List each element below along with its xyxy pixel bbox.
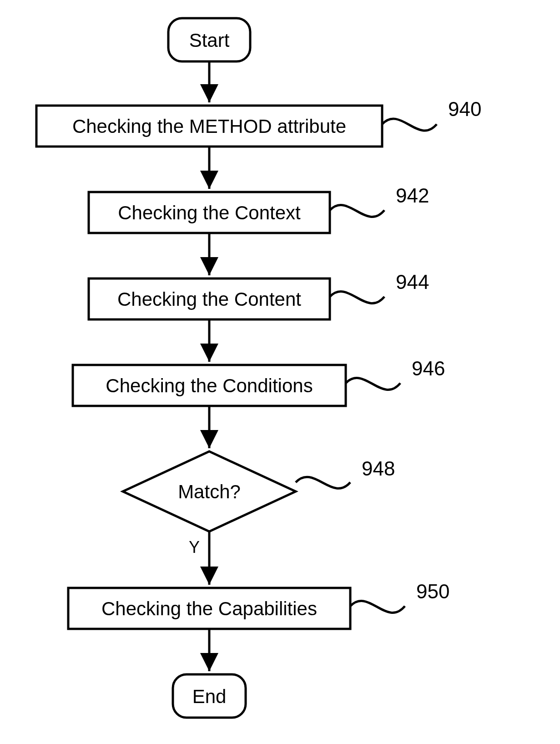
decision-node: Match?: [123, 451, 296, 531]
step1-pointer: [382, 119, 437, 131]
step4-node: Checking the Conditions: [73, 365, 346, 406]
step2-node: Checking the Context: [89, 192, 330, 233]
step5-label: 950: [416, 580, 449, 602]
decision-text: Match?: [178, 481, 241, 502]
step1-label: 940: [448, 98, 481, 120]
end-text: End: [192, 686, 227, 707]
step2-label: 942: [396, 184, 429, 207]
end-node: End: [173, 674, 246, 718]
step4-pointer: [346, 378, 400, 390]
decision-yes-label: Y: [189, 538, 200, 557]
decision-label: 948: [362, 457, 395, 480]
step4-text: Checking the Conditions: [106, 375, 313, 396]
step5-text: Checking the Capabilities: [101, 598, 317, 619]
start-text: Start: [189, 30, 230, 51]
step2-pointer: [330, 205, 384, 217]
step3-text: Checking the Content: [117, 288, 301, 310]
step1-text: Checking the METHOD attribute: [72, 116, 346, 137]
start-node: Start: [168, 18, 250, 61]
step3-node: Checking the Content: [89, 278, 330, 319]
step4-label: 946: [412, 357, 445, 380]
step3-pointer: [330, 291, 384, 303]
flowchart: Start Checking the METHOD attribute 940 …: [0, 0, 560, 744]
step5-node: Checking the Capabilities: [68, 588, 350, 629]
step2-text: Checking the Context: [118, 202, 301, 223]
step1-node: Checking the METHOD attribute: [36, 106, 382, 147]
step5-pointer: [350, 601, 405, 612]
decision-pointer: [296, 477, 350, 488]
step3-label: 944: [396, 271, 429, 293]
